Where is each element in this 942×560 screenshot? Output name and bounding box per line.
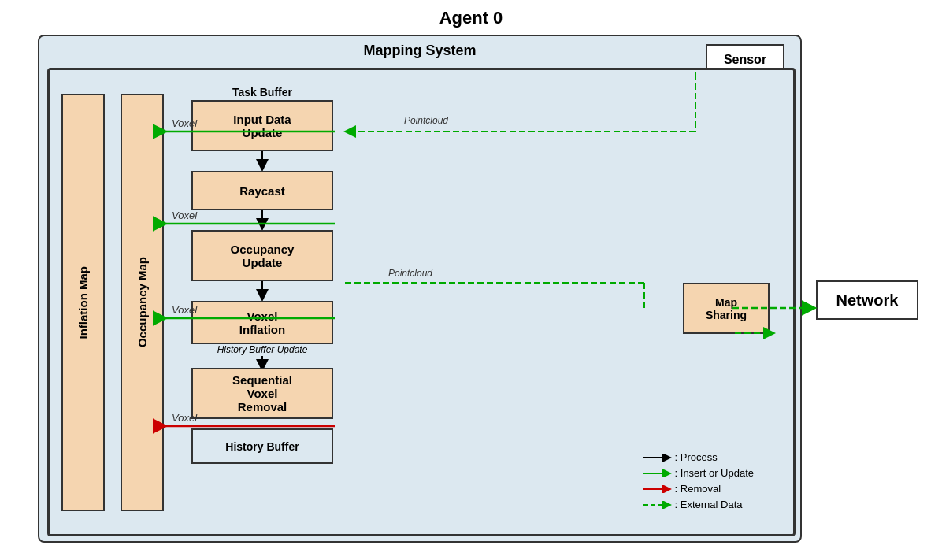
svg-text:Pointcloud: Pointcloud (388, 268, 432, 279)
legend-insert-update-label: : Insert or Update (675, 467, 754, 479)
raycast-box: Raycast (191, 171, 333, 210)
inflation-map-label: Inflation Map (76, 266, 90, 339)
legend: : Process : Insert or Update : Removal :… (643, 451, 754, 514)
history-buffer-box: History Buffer (191, 428, 333, 464)
legend-external-data-label: : External Data (675, 499, 743, 510)
legend-removal-label: : Removal (675, 483, 721, 495)
occupancy-map: Occupancy Map (121, 94, 164, 511)
task-buffer-area: Task Buffer Input DataUpdate Raycast Occ… (180, 86, 345, 535)
page-title: Agent 0 (439, 8, 503, 28)
inner-area: Inflation Map Occupancy Map Task Buffer … (47, 68, 796, 536)
agent-container: Mapping System Sensor Inflation Map Occu… (38, 35, 904, 547)
legend-process: : Process (643, 451, 754, 463)
task-buffer-label: Task Buffer (180, 86, 345, 98)
input-data-update-box: Input DataUpdate (191, 100, 333, 151)
svg-text:Pointcloud: Pointcloud (404, 115, 448, 126)
sequential-voxel-removal-box: SequentialVoxelRemoval (191, 368, 333, 419)
legend-insert-update: : Insert or Update (643, 467, 754, 479)
arrow-down-2 (180, 210, 345, 230)
inflation-map: Inflation Map (61, 94, 105, 511)
voxel-inflation-box: VoxelInflation (191, 301, 333, 344)
mapping-system-box: Mapping System Sensor Inflation Map Occu… (38, 35, 802, 543)
legend-external-data: : External Data (643, 499, 754, 510)
occupancy-map-label: Occupancy Map (135, 257, 149, 347)
occupancy-update-box: OccupancyUpdate (191, 230, 333, 281)
map-sharing-box: MapSharing (683, 283, 770, 334)
mapping-system-label: Mapping System (363, 43, 476, 59)
history-buffer-update-label: History Buffer Update (217, 344, 308, 355)
arrow-down-3 (180, 281, 345, 301)
legend-removal: : Removal (643, 483, 754, 495)
legend-process-label: : Process (675, 451, 718, 463)
arrow-down-1 (180, 151, 345, 171)
network-box: Network (816, 280, 918, 320)
